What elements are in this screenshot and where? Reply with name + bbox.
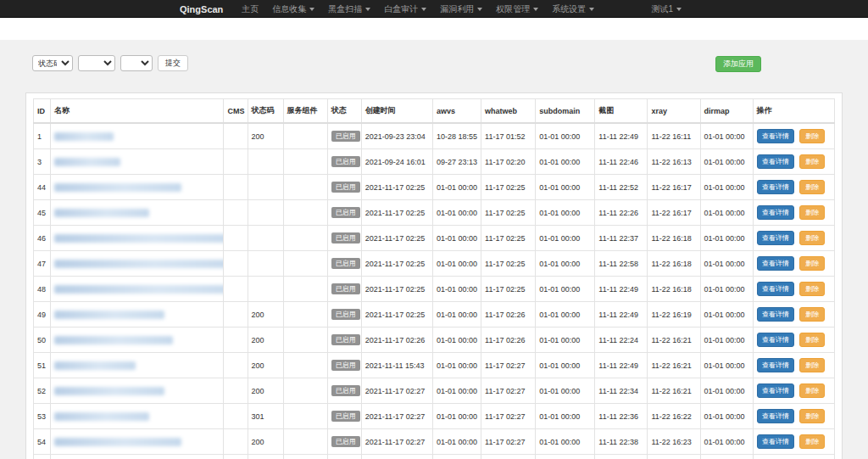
nav-item[interactable]: 黑盒扫描 (321, 0, 377, 18)
cell-actions: 查看详情 删除 (753, 327, 834, 353)
view-details-button[interactable]: 查看详情 (757, 409, 794, 423)
view-details-button[interactable]: 查看详情 (757, 180, 794, 194)
name-redacted (54, 387, 164, 395)
delete-button[interactable]: 删除 (799, 383, 825, 398)
cell-actions: 查看详情 删除 (753, 123, 834, 149)
filter-select-3[interactable] (120, 55, 153, 71)
view-details-button[interactable]: 查看详情 (757, 383, 794, 398)
cell-subdomain: 01-01 00:00 (536, 123, 595, 149)
cell-id: 44 (34, 175, 51, 200)
delete-button[interactable]: 删除 (799, 333, 825, 347)
delete-button[interactable]: 删除 (799, 409, 825, 423)
cell-status: 已启用 (327, 327, 361, 353)
name-redacted (54, 158, 120, 166)
cell-subdomain: 01-01 00:00 (536, 353, 595, 378)
cell-dirmap: 01-01 00:00 (700, 149, 753, 175)
cell-xray: 11-22 16:19 (648, 302, 700, 327)
cell-status: 已启用 (327, 429, 361, 455)
add-app-button[interactable]: 添加应用 (715, 56, 761, 72)
table-row: 49 200 已启用 2021-11-17 02:25 01-01 00:00 … (34, 302, 835, 327)
cell-subdomain: 01-01 00:00 (536, 429, 595, 455)
status-badge: 已启用 (331, 309, 360, 320)
view-details-button[interactable]: 查看详情 (757, 358, 794, 372)
table-row: 52 200 已启用 2021-11-17 02:27 01-01 00:00 … (34, 378, 835, 404)
caret-down-icon (309, 8, 314, 11)
status-badge: 已启用 (331, 385, 360, 396)
view-details-button[interactable]: 查看详情 (757, 205, 794, 220)
view-details-button[interactable]: 查看详情 (757, 333, 794, 347)
view-details-button[interactable]: 查看详情 (757, 282, 794, 296)
delete-button[interactable]: 删除 (799, 434, 825, 449)
view-details-button[interactable]: 查看详情 (757, 434, 794, 449)
delete-button[interactable]: 删除 (799, 256, 825, 271)
nav-item-label: 漏洞利用 (440, 3, 474, 15)
brand-qingscan[interactable]: QingScan (180, 4, 223, 14)
nav-item[interactable]: 权限管理 (489, 0, 545, 18)
delete-button[interactable]: 删除 (799, 205, 825, 220)
column-header: 状态 (327, 99, 361, 124)
delete-button[interactable]: 删除 (799, 282, 825, 296)
cell-awvs: 01-01 00:00 (432, 302, 481, 327)
caret-down-icon (477, 8, 482, 11)
table-row: 47 已启用 2021-11-17 02:25 01-01 00:00 11-1… (34, 251, 835, 277)
cell-id: 53 (34, 404, 51, 429)
column-header: 创建时间 (361, 99, 432, 124)
cell-cms (224, 149, 248, 175)
nav-item[interactable]: 主页 (235, 0, 265, 18)
cell-name (51, 149, 224, 175)
view-details-button[interactable]: 查看详情 (757, 307, 794, 322)
cell-cms (224, 378, 248, 404)
column-header: whatweb (481, 99, 536, 124)
delete-button[interactable]: 删除 (799, 129, 825, 143)
cell-status-code (248, 226, 283, 251)
user-menu[interactable]: 测试1 (644, 0, 688, 18)
cell-actions: 查看详情 删除 (753, 251, 834, 277)
cell-name (51, 226, 224, 251)
view-details-button[interactable]: 查看详情 (757, 154, 794, 169)
delete-button[interactable]: 删除 (799, 154, 825, 169)
cell-cms (224, 277, 248, 302)
nav-item[interactable]: 系统设置 (545, 0, 601, 18)
caret-down-icon (365, 8, 370, 11)
delete-button[interactable]: 删除 (799, 231, 825, 245)
cell-cms (224, 226, 248, 251)
table-header-row: ID名称CMS状态码服务组件状态创建时间awvswhatwebsubdomain… (34, 99, 835, 124)
cell-status: 已启用 (327, 353, 361, 378)
name-redacted (54, 209, 149, 217)
app-table-card: ID名称CMS状态码服务组件状态创建时间awvswhatwebsubdomain… (25, 92, 843, 459)
table-row: 1 200 已启用 2021-09-23 23:04 10-28 18:55 1… (34, 123, 835, 149)
cell-name (51, 175, 224, 200)
cell-xray: 11-22 16:18 (648, 226, 700, 251)
cell-xray: 11-22 16:23 (648, 429, 700, 455)
nav-item[interactable]: 白盒审计 (377, 0, 433, 18)
delete-button[interactable]: 删除 (799, 358, 825, 372)
cell-dirmap: 01-01 00:00 (700, 404, 753, 429)
status-code-select[interactable]: 状态码 (32, 55, 73, 71)
cell-status-code: 200 (248, 429, 283, 455)
cell-status: 已启用 (327, 200, 361, 226)
name-redacted (54, 234, 224, 243)
cell-id: 48 (34, 277, 51, 302)
filter-select-2[interactable] (78, 55, 115, 71)
cell-name (51, 327, 224, 353)
submit-button[interactable]: 提交 (158, 55, 188, 71)
cell-awvs: 01-01 00:00 (432, 226, 481, 251)
cell-dirmap: 01-01 00:00 (700, 175, 753, 200)
view-details-button[interactable]: 查看详情 (757, 129, 794, 143)
cell-screenshot: 11-11 22:49 (595, 302, 648, 327)
cell-created: 2021-11-11 15:43 (361, 353, 432, 378)
delete-button[interactable]: 删除 (799, 307, 825, 322)
view-details-button[interactable]: 查看详情 (757, 256, 794, 271)
nav-item[interactable]: 信息收集 (265, 0, 321, 18)
cell-cms (224, 123, 248, 149)
cell-dirmap: 01-01 00:00 (700, 123, 753, 149)
cell-dirmap: 01-01 00:00 (700, 277, 753, 302)
cell-actions: 查看详情 删除 (753, 226, 834, 251)
nav-item-label: 白盒审计 (384, 3, 418, 15)
cell-screenshot: 11-11 22:38 (595, 429, 648, 455)
cell-xray: 11-22 16:17 (648, 175, 700, 200)
nav-item[interactable]: 漏洞利用 (433, 0, 489, 18)
cell-components (283, 175, 327, 200)
view-details-button[interactable]: 查看详情 (757, 231, 794, 245)
delete-button[interactable]: 删除 (799, 180, 825, 194)
